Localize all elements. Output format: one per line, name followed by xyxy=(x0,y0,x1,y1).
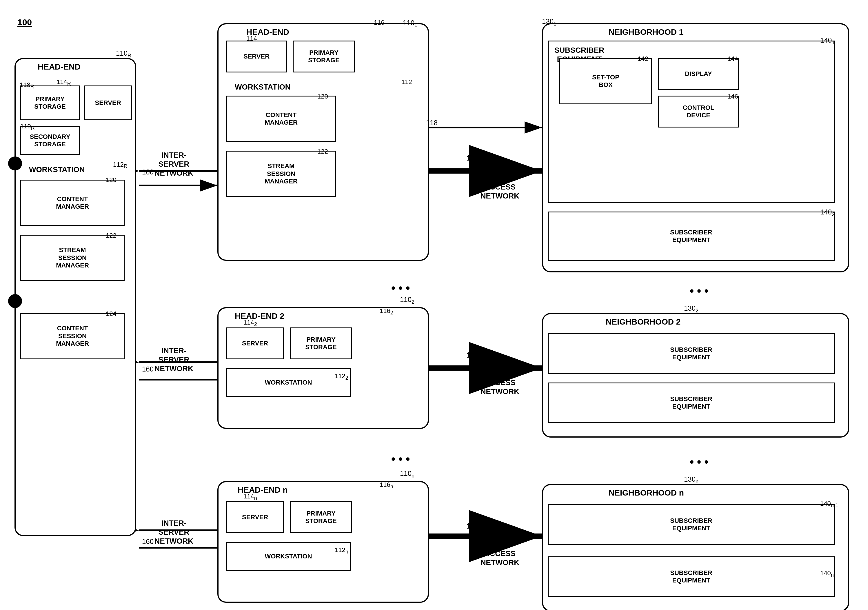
server-1-box: SERVER xyxy=(226,40,287,73)
circle-dot-r-top xyxy=(8,156,22,170)
ref-130-1: 1301 xyxy=(542,17,556,27)
ref-120-1: 120 xyxy=(317,93,328,100)
ref-122-1: 122 xyxy=(317,148,328,155)
ref-146: 146 xyxy=(727,93,738,100)
ref-118: 118 xyxy=(426,119,438,127)
ref-116-1: 116 xyxy=(374,19,384,26)
ref-130-2: 1302 xyxy=(684,304,699,314)
content-manager-r-box: CONTENTMANAGER xyxy=(20,180,125,226)
secondary-storage-r-label: SECONDARYSTORAGE xyxy=(30,133,70,149)
neighborhood-2-label: NEIGHBORHOOD 2 xyxy=(606,317,680,327)
primary-storage-1-label: PRIMARYSTORAGE xyxy=(308,49,339,64)
ref-110-n: 110n xyxy=(400,469,414,479)
dots-1-2: • • • xyxy=(391,281,410,295)
ref-114r: 114R xyxy=(56,78,71,87)
ref-140-n: 140n xyxy=(820,570,834,578)
ref-110r: 110R xyxy=(116,49,131,59)
ref-124-r: 124 xyxy=(106,310,116,317)
subscriber-equipment-n2-2-box: SUBSCRIBEREQUIPMENT xyxy=(548,382,835,423)
ref-112r: 112R xyxy=(113,161,127,170)
ref-160-2: 160 xyxy=(142,365,153,373)
subscriber-equipment-nn-2-box: SUBSCRIBEREQUIPMENT xyxy=(548,556,835,597)
subscriber-equipment-2-box: SUBSCRIBEREQUIPMENT xyxy=(548,212,835,261)
ref-130-n: 130n xyxy=(684,475,699,485)
ref-116-n: 116n xyxy=(380,481,393,490)
subscriber-equipment-2-label: SUBSCRIBEREQUIPMENT xyxy=(670,229,712,244)
ref-140-n1: 140n-1 xyxy=(820,500,839,509)
ref-140-1: 1401 xyxy=(820,36,835,46)
subscriber-equipment-nn-2-label: SUBSCRIBEREQUIPMENT xyxy=(670,569,712,585)
server-n-label: SERVER xyxy=(242,514,268,521)
server-2-box: SERVER xyxy=(226,327,284,359)
ref-112-1: 112 xyxy=(401,78,412,86)
dots-neighborhood-1-2: • • • xyxy=(690,284,708,298)
access-network-2-label: ACCESSNETWORK xyxy=(468,378,532,396)
display-box: DISPLAY xyxy=(658,58,739,90)
ref-150-1: 150 xyxy=(467,153,479,163)
ref-112-n: 112n xyxy=(335,546,348,555)
content-session-r-label: CONTENTSESSIONMANAGER xyxy=(56,325,89,347)
subscriber-equipment-nn-1-label: SUBSCRIBEREQUIPMENT xyxy=(670,517,712,533)
stream-session-1-label: STREAMSESSIONMANAGER xyxy=(265,162,298,185)
ref-110-1: 1101 xyxy=(403,19,417,28)
ref-114-2: 1142 xyxy=(243,319,257,327)
primary-storage-n-label: PRIMARYSTORAGE xyxy=(305,510,336,525)
workstation-n-label: WORKSTATION xyxy=(265,553,312,560)
access-network-3-label: ACCESSNETWORK xyxy=(468,549,532,567)
content-session-r-box: CONTENTSESSIONMANAGER xyxy=(20,313,125,359)
stream-session-r-label: STREAMSESSIONMANAGER xyxy=(56,246,89,269)
ref-150-3: 150 xyxy=(467,522,479,531)
primary-storage-2-label: PRIMARYSTORAGE xyxy=(305,336,336,351)
ref-160-3: 160 xyxy=(142,537,153,546)
set-top-box-label: SET-TOPBOX xyxy=(592,74,619,89)
neighborhood-1-label: NEIGHBORHOOD 1 xyxy=(609,28,684,37)
ref-112-2: 1122 xyxy=(335,372,348,381)
workstation-1-label: WORKSTATION xyxy=(235,83,291,91)
ref-110-2: 1102 xyxy=(400,296,414,305)
ref-114-n: 114n xyxy=(243,492,257,501)
server-2-label: SERVER xyxy=(242,340,268,347)
ref-122-r: 122 xyxy=(106,232,116,239)
neighborhood-n-label: NEIGHBORHOOD n xyxy=(609,488,684,498)
system-diagram: 100 HEAD-END 110R PRIMARYSTORAGE 114R 11… xyxy=(0,0,868,610)
display-label: DISPLAY xyxy=(685,70,712,77)
ref-114-1: 114 xyxy=(246,35,257,42)
primary-storage-r-label: PRIMARYSTORAGE xyxy=(34,95,65,111)
set-top-box-box: SET-TOPBOX xyxy=(560,58,652,104)
workstation-n-box: WORKSTATION xyxy=(226,542,351,571)
control-device-label: CONTROLDEVICE xyxy=(683,104,715,119)
stream-session-r-box: STREAMSESSIONMANAGER xyxy=(20,235,125,281)
content-manager-1-label: CONTENTMANAGER xyxy=(265,111,298,127)
server-n-box: SERVER xyxy=(226,501,284,533)
primary-storage-1-box: PRIMARYSTORAGE xyxy=(293,40,355,73)
workstation-r-label: WORKSTATION xyxy=(29,165,85,174)
primary-storage-n-box: PRIMARYSTORAGE xyxy=(290,501,352,533)
server-1-label: SERVER xyxy=(243,53,270,60)
content-manager-r-label: CONTENTMANAGER xyxy=(56,195,89,211)
server-r-label: SERVER xyxy=(95,99,121,107)
ref-120-r: 120 xyxy=(106,176,116,184)
primary-storage-2-box: PRIMARYSTORAGE xyxy=(290,327,352,359)
ref-150-2: 150 xyxy=(467,351,479,360)
ref-144: 144 xyxy=(727,55,738,63)
ref-140-2: 1402 xyxy=(820,208,835,218)
circle-dot-r-bottom xyxy=(8,294,22,308)
figure-label: 100 xyxy=(17,17,32,27)
workstation-2-label: WORKSTATION xyxy=(265,379,312,386)
ref-118r: 118R xyxy=(20,81,34,90)
head-end-2-label: HEAD-END 2 xyxy=(235,311,284,321)
ref-142: 142 xyxy=(638,55,648,63)
dots-neighborhood-2-n: • • • xyxy=(690,455,708,469)
head-end-r-label: HEAD-END xyxy=(38,62,81,71)
subscriber-equipment-n2-1-label: SUBSCRIBEREQUIPMENT xyxy=(670,346,712,361)
server-r-box: SERVER xyxy=(84,85,132,120)
dots-2-n: • • • xyxy=(391,452,410,466)
control-device-box: CONTROLDEVICE xyxy=(658,96,739,127)
subscriber-equipment-n2-1-box: SUBSCRIBEREQUIPMENT xyxy=(548,333,835,374)
primary-storage-r-box: PRIMARYSTORAGE xyxy=(20,85,80,120)
ref-119r: 119R xyxy=(20,122,35,131)
stream-session-1-box: STREAMSESSIONMANAGER xyxy=(226,151,336,197)
workstation-2-box: WORKSTATION xyxy=(226,368,351,397)
subscriber-equipment-n2-2-label: SUBSCRIBEREQUIPMENT xyxy=(670,395,712,410)
subscriber-equipment-nn-1-box: SUBSCRIBEREQUIPMENT xyxy=(548,504,835,545)
